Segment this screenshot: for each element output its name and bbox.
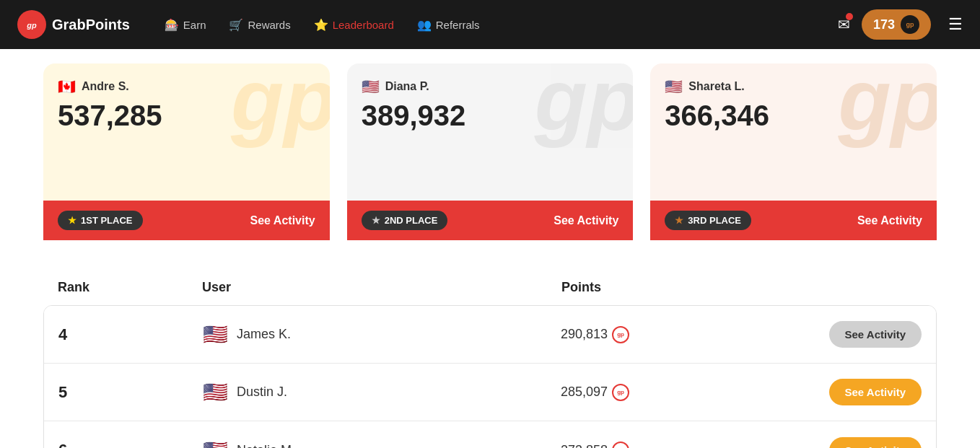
points-value-6: 273,858 — [561, 443, 608, 449]
user-cell-5: 🇺🇸 Dustin J. — [203, 380, 561, 404]
name-1st: Andre S. — [82, 80, 129, 93]
points-display[interactable]: 173 gp — [862, 9, 931, 40]
username-5: Dustin J. — [237, 385, 287, 400]
footer-1st: ★ 1ST PLACE See Activity — [43, 201, 330, 240]
nav-leaderboard-label: Leaderboard — [333, 19, 394, 31]
place-label-2nd: 2ND PLACE — [385, 215, 438, 226]
points-cell-4: 290,813 gp — [561, 326, 777, 343]
header-rank: Rank — [58, 280, 202, 295]
rewards-icon: 🛒 — [229, 18, 243, 32]
see-activity-2nd[interactable]: See Activity — [554, 214, 618, 227]
user-cell-6: 🇺🇸 Natalie M. — [203, 439, 561, 449]
nav-referrals-label: Referrals — [436, 19, 480, 31]
nav-rewards[interactable]: 🛒 Rewards — [229, 18, 290, 32]
place-badge-3rd: ★ 3RD PLACE — [665, 211, 751, 230]
flag-4: 🇺🇸 — [203, 322, 228, 346]
points-value: 173 — [873, 17, 895, 32]
points-2nd: 389,932 — [362, 100, 619, 132]
user-cell-4: 🇺🇸 James K. — [203, 322, 561, 346]
see-activity-button-4[interactable]: See Activity — [829, 321, 922, 348]
logo-icon: gp — [17, 10, 46, 39]
podium-card-1st: gp 🇨🇦 Andre S. 537,285 ★ 1ST PLACE See A… — [43, 63, 330, 251]
flag-1st: 🇨🇦 — [58, 78, 76, 95]
points-1st: 537,285 — [58, 100, 315, 132]
header-actions — [778, 280, 922, 295]
table-body: 4 🇺🇸 James K. 290,813 gp See Activity 5 … — [43, 305, 937, 448]
star-icon-3rd: ★ — [675, 215, 683, 226]
points-3rd: 366,346 — [665, 100, 922, 132]
actions-5: See Activity — [777, 379, 922, 405]
logo[interactable]: gp GrabPoints — [17, 10, 130, 39]
nav-earn-label: Earn — [183, 19, 206, 31]
table-header: Rank User Points — [43, 280, 937, 305]
gp-icon-6: gp — [612, 442, 629, 448]
table-row: 6 🇺🇸 Natalie M. 273,858 gp See Activity — [44, 421, 936, 448]
see-activity-3rd[interactable]: See Activity — [857, 214, 922, 227]
place-badge-2nd: ★ 2ND PLACE — [362, 211, 448, 230]
points-value-4: 290,813 — [561, 327, 608, 342]
points-cell-6: 273,858 gp — [561, 442, 777, 448]
flag-5: 🇺🇸 — [203, 380, 228, 404]
table-row: 4 🇺🇸 James K. 290,813 gp See Activity — [44, 306, 936, 364]
flag-3rd: 🇺🇸 — [665, 78, 683, 95]
earn-icon: 🎰 — [165, 18, 179, 32]
see-activity-1st[interactable]: See Activity — [250, 214, 315, 227]
star-icon-1st: ★ — [68, 215, 76, 226]
mail-button[interactable]: ✉ — [838, 16, 850, 33]
name-2nd: Diana P. — [385, 80, 429, 93]
gp-icon-4: gp — [612, 326, 629, 343]
leaderboard-table: Rank User Points 4 🇺🇸 James K. 290,813 g… — [43, 273, 937, 448]
header-user: User — [202, 280, 561, 295]
flag-6: 🇺🇸 — [203, 439, 228, 449]
nav-referrals[interactable]: 👥 Referrals — [417, 18, 480, 32]
username-6: Natalie M. — [237, 443, 295, 449]
referrals-icon: 👥 — [417, 18, 432, 32]
gp-icon-5: gp — [612, 384, 629, 401]
podium-card-3rd: gp 🇺🇸 Shareta L. 366,346 ★ 3RD PLACE See… — [650, 63, 937, 251]
actions-6: See Activity — [777, 437, 922, 449]
logo-text: GrabPoints — [52, 17, 130, 33]
header-points: Points — [561, 280, 778, 295]
hamburger-menu[interactable]: ☰ — [948, 15, 963, 34]
table-row: 5 🇺🇸 Dustin J. 285,097 gp See Activity — [44, 364, 936, 421]
svg-text:gp: gp — [26, 21, 37, 30]
footer-2nd: ★ 2ND PLACE See Activity — [347, 201, 634, 240]
top3-section: gp 🇨🇦 Andre S. 537,285 ★ 1ST PLACE See A… — [43, 49, 937, 273]
actions-4: See Activity — [777, 321, 922, 348]
star-icon-2nd: ★ — [372, 215, 380, 226]
flag-2nd: 🇺🇸 — [362, 78, 380, 95]
mail-badge — [846, 13, 853, 20]
rank-5: 5 — [58, 383, 203, 402]
nav-rewards-label: Rewards — [248, 19, 290, 31]
see-activity-button-5[interactable]: See Activity — [829, 379, 922, 405]
main-content: gp 🇨🇦 Andre S. 537,285 ★ 1ST PLACE See A… — [0, 49, 980, 448]
name-3rd: Shareta L. — [688, 80, 744, 93]
points-value-5: 285,097 — [561, 385, 608, 400]
nav-earn[interactable]: 🎰 Earn — [165, 18, 206, 32]
nav-leaderboard[interactable]: ⭐ Leaderboard — [314, 18, 394, 32]
leaderboard-icon: ⭐ — [314, 18, 328, 32]
rank-6: 6 — [58, 441, 203, 448]
podium-card-2nd: gp 🇺🇸 Diana P. 389,932 ★ 2ND PLACE See A… — [347, 63, 634, 251]
username-4: James K. — [237, 327, 291, 342]
navbar-right: ✉ 173 gp ☰ — [838, 9, 963, 40]
place-badge-1st: ★ 1ST PLACE — [58, 211, 143, 230]
rank-4: 4 — [58, 325, 203, 344]
points-cell-5: 285,097 gp — [561, 384, 777, 401]
footer-3rd: ★ 3RD PLACE See Activity — [650, 201, 937, 240]
navbar: gp GrabPoints 🎰 Earn 🛒 Rewards ⭐ Leaderb… — [0, 0, 980, 49]
place-label-1st: 1ST PLACE — [81, 215, 133, 226]
gp-badge: gp — [901, 15, 919, 34]
place-label-3rd: 3RD PLACE — [688, 215, 741, 226]
see-activity-button-6[interactable]: See Activity — [829, 437, 922, 449]
